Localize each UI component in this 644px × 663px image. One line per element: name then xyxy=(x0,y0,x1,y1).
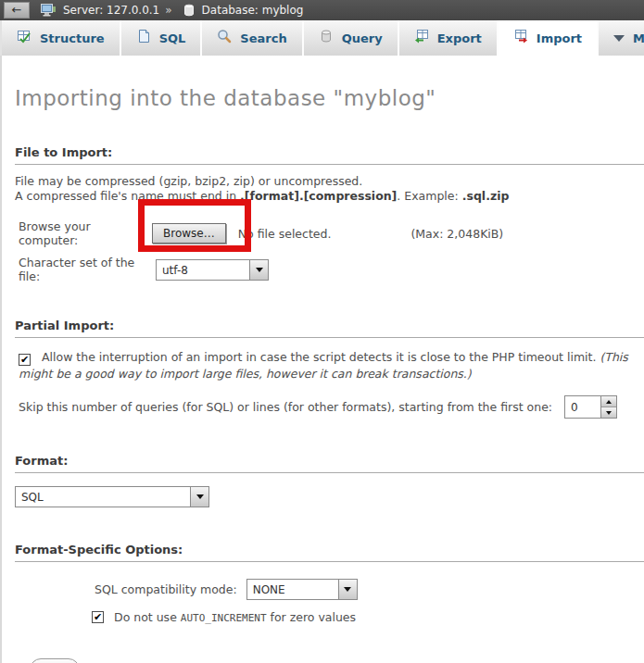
file-upload-row: Browse your computer: Browse… No file se… xyxy=(15,219,644,247)
page-title: Importing into the database "myblog" xyxy=(15,56,644,110)
select-arrow-icon xyxy=(338,580,357,599)
tab-label: Export xyxy=(437,31,482,45)
select-arrow-icon xyxy=(190,487,208,507)
select-arrow-icon xyxy=(249,260,268,280)
tab-structure[interactable]: Structure xyxy=(2,20,121,56)
tab-import[interactable]: Import xyxy=(499,20,599,56)
tab-label: Search xyxy=(240,31,286,45)
sql-compatibility-row: SQL compatibility mode: NONE xyxy=(15,579,644,600)
max-upload-size: (Max: 2,048KiB) xyxy=(410,227,503,241)
compression-line1: File may be compressed (gzip, bzip2, zip… xyxy=(15,174,362,188)
section-heading-partial-import: Partial Import: xyxy=(15,319,644,338)
phpmyadmin-import-page: ← Server: 127.0.0.1 » Database: myblog xyxy=(0,0,644,663)
auto-increment-row: Do not use AUTO_INCREMENT for zero value… xyxy=(15,610,644,624)
example-filename: .sql.zip xyxy=(462,189,510,203)
section-heading-format: Format: xyxy=(15,454,644,473)
breadcrumb-database[interactable]: Database: myblog xyxy=(202,4,304,17)
section-heading-format-options: Format-Specific Options: xyxy=(15,543,644,562)
go-button[interactable]: Go xyxy=(30,658,80,663)
tab-query[interactable]: Query xyxy=(304,20,399,56)
breadcrumb-server[interactable]: Server: 127.0.0.1 xyxy=(63,4,159,17)
allow-interruption-row: Allow the interruption of an import in c… xyxy=(15,349,644,382)
section-heading-file-to-import: File to Import: xyxy=(15,145,644,165)
tab-search[interactable]: Search xyxy=(202,20,303,56)
sql-icon xyxy=(136,29,151,47)
sql-compatibility-label: SQL compatibility mode: xyxy=(95,582,237,596)
skip-queries-row: Skip this number of queries (for SQL) or… xyxy=(15,395,644,419)
allow-interruption-text: Allow the interruption of an import in c… xyxy=(42,350,600,364)
allow-interruption-checkbox[interactable] xyxy=(19,354,31,366)
charset-label: Character set of the file: xyxy=(15,256,156,283)
sql-compatibility-value: NONE xyxy=(247,580,338,599)
tab-label: Import xyxy=(537,31,582,45)
charset-selected-value: utf-8 xyxy=(157,260,249,280)
browse-button[interactable]: Browse… xyxy=(152,223,226,244)
browse-label: Browse your computer: xyxy=(15,219,152,247)
main-content: Importing into the database "myblog" Fil… xyxy=(0,56,644,663)
compression-help-text: File may be compressed (gzip, bzip2, zip… xyxy=(15,174,644,204)
tab-label: Structure xyxy=(40,31,105,45)
tab-more[interactable]: More xyxy=(599,20,644,56)
tab-export[interactable]: Export xyxy=(399,20,499,56)
tab-sql[interactable]: SQL xyxy=(121,20,203,56)
search-icon xyxy=(217,29,232,47)
import-icon xyxy=(513,29,528,47)
compression-line2-mid: . Example: xyxy=(397,189,461,203)
tab-label: SQL xyxy=(159,31,186,45)
back-button[interactable]: ← xyxy=(4,2,30,19)
chevron-down-icon xyxy=(613,35,625,42)
format-select[interactable]: SQL xyxy=(15,486,209,507)
database-icon xyxy=(183,4,195,17)
charset-select[interactable]: utf-8 xyxy=(156,259,269,281)
tab-bar: Structure SQL Search xyxy=(0,20,644,56)
structure-icon xyxy=(17,29,32,47)
format-compression-pattern: .[format].[compression] xyxy=(240,189,397,203)
tab-label: More xyxy=(633,31,644,45)
auto-increment-text: Do not use AUTO_INCREMENT for zero value… xyxy=(114,610,356,624)
charset-row: Character set of the file: utf-8 xyxy=(15,256,644,283)
query-icon xyxy=(319,29,334,47)
compression-line2-prefix: A compressed file's name must end in xyxy=(15,189,240,203)
skip-queries-label: Skip this number of queries (for SQL) or… xyxy=(19,400,552,414)
breadcrumb-bar: ← Server: 127.0.0.1 » Database: myblog xyxy=(0,0,644,20)
stepper-down-button[interactable] xyxy=(601,407,616,418)
server-icon xyxy=(41,4,56,17)
skip-queries-value: 0 xyxy=(565,396,600,418)
format-select-row: SQL xyxy=(15,486,644,507)
tab-label: Query xyxy=(342,31,383,45)
format-selected-value: SQL xyxy=(16,487,190,507)
no-file-selected-text: No file selected. xyxy=(238,227,332,241)
stepper-up-button[interactable] xyxy=(601,396,616,407)
auto-increment-code: AUTO_INCREMENT xyxy=(181,612,267,624)
auto-increment-checkbox[interactable] xyxy=(92,611,104,623)
export-icon xyxy=(414,29,429,47)
breadcrumb-separator: » xyxy=(165,4,171,17)
stepper-buttons xyxy=(600,396,616,418)
skip-queries-stepper[interactable]: 0 xyxy=(564,395,617,419)
sql-compatibility-select[interactable]: NONE xyxy=(246,579,358,600)
